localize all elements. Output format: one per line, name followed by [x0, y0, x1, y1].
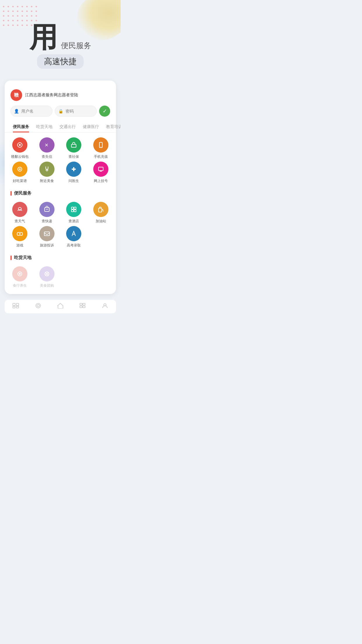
tab-bar: 便民服务 吃货天地 交通出行 健康医疗 教育培训	[5, 121, 116, 133]
nav-icon-2	[35, 303, 42, 310]
icon-查天气[interactable]: 查天气	[8, 202, 32, 224]
icon-circle-食疗养生	[12, 266, 27, 281]
svg-rect-23	[13, 303, 15, 306]
icon-label-查失信: 查失信	[42, 154, 52, 159]
tab-健康医疗[interactable]: 健康医疗	[79, 121, 103, 132]
icon-label-查酒店: 查酒店	[68, 219, 79, 224]
svg-rect-3	[71, 144, 76, 147]
icon-circle-赣鄱云钱包	[12, 137, 27, 153]
svg-point-7	[46, 169, 48, 171]
svg-rect-26	[16, 306, 19, 308]
icon-label-查天气: 查天气	[15, 219, 25, 224]
svg-rect-16	[74, 210, 76, 212]
icon-label-高考录取: 高考录取	[67, 243, 81, 248]
svg-rect-13	[71, 207, 73, 209]
svg-point-28	[37, 304, 39, 307]
icon-label-旅游投诉: 旅游投诉	[40, 243, 54, 248]
svg-rect-29	[80, 303, 82, 305]
logo-text: 赣	[14, 92, 19, 98]
login-logo: 赣	[10, 89, 22, 101]
nav-item-5[interactable]	[101, 303, 108, 310]
svg-point-27	[36, 303, 41, 308]
icon-circle-加油站	[93, 202, 108, 217]
nav-item-4[interactable]	[79, 303, 86, 310]
svg-point-5	[101, 146, 101, 147]
tab-教育培训[interactable]: 教育培训	[103, 121, 121, 132]
icon-查酒店[interactable]: 查酒店	[61, 202, 86, 224]
nav-item-3[interactable]	[57, 303, 64, 310]
icon-circle-问医生	[66, 162, 81, 177]
hero-subtitle-2: 高速快捷	[37, 54, 84, 69]
lock-icon: 🔒	[58, 109, 63, 113]
icon-问医生[interactable]: 问医生	[61, 162, 86, 183]
icon-游戏[interactable]: 游戏	[8, 226, 32, 248]
icon-circle-网上挂号	[93, 162, 108, 177]
icon-手机充值[interactable]: 手机充值	[89, 137, 113, 159]
icon-label-赣鄱云钱包: 赣鄱云钱包	[11, 154, 29, 159]
section-吃货天地-title: 吃货天地	[14, 255, 31, 260]
bottom-nav	[5, 300, 116, 313]
icon-circle-查酒店	[66, 202, 81, 217]
section-indicator-2	[10, 256, 12, 260]
icon-加油站[interactable]: 加油站	[89, 202, 113, 224]
section-吃货天地-header: 吃货天地	[5, 253, 116, 262]
password-wrapper: 🔒	[55, 106, 97, 117]
checkmark-icon: ✓	[103, 108, 107, 114]
svg-rect-31	[80, 306, 82, 308]
section-便民服务-title: 便民服务	[14, 190, 31, 196]
icon-circle-游戏	[12, 226, 27, 241]
tab-便民服务[interactable]: 便民服务	[9, 121, 33, 132]
icon-circle-查失信: ✕	[39, 137, 55, 153]
food-icons-grid: 食疗养生 美食团购	[5, 262, 116, 294]
icon-美食团购[interactable]: 美食团购	[35, 266, 59, 288]
svg-point-1	[19, 144, 21, 146]
nav-item-1[interactable]	[12, 303, 19, 310]
user-icon: 👤	[14, 109, 19, 113]
icon-查快递[interactable]: 查快递	[35, 202, 59, 224]
svg-rect-14	[74, 207, 76, 209]
section-indicator	[10, 191, 12, 196]
icon-circle-查快递	[39, 202, 55, 217]
icon-查社保[interactable]: 查社保	[61, 137, 86, 159]
username-wrapper: 👤	[10, 106, 52, 117]
tab-吃货天地[interactable]: 吃货天地	[33, 121, 56, 132]
quick-icons-grid: 赣鄱云钱包 ✕ 查失信 查社保 手机充值 好吃菜谱	[5, 133, 116, 188]
icon-网上挂号[interactable]: 网上挂号	[89, 162, 113, 183]
icon-label-问医生: 问医生	[68, 178, 79, 183]
svg-rect-15	[71, 210, 73, 212]
icon-label-网上挂号: 网上挂号	[94, 178, 108, 183]
svg-rect-24	[16, 303, 19, 306]
icon-circle-美食团购	[39, 266, 55, 281]
svg-rect-17	[99, 208, 102, 212]
tab-交通出行[interactable]: 交通出行	[56, 121, 79, 132]
icon-circle-查天气	[12, 202, 27, 217]
icon-circle-附近美食	[39, 162, 55, 177]
icon-好吃菜谱[interactable]: 好吃菜谱	[8, 162, 32, 183]
confirm-button[interactable]: ✓	[99, 106, 110, 117]
icon-circle-手机充值	[93, 137, 108, 153]
login-section: 赣 江西志愿者服务网志愿者登陆	[5, 86, 116, 106]
icon-高考录取[interactable]: 高考录取	[61, 226, 86, 248]
nav-item-2[interactable]	[35, 303, 42, 310]
svg-point-21	[19, 273, 21, 275]
icon-label-查快递: 查快递	[42, 219, 52, 224]
icon-label-查社保: 查社保	[68, 154, 79, 159]
icon-circle-查社保	[66, 137, 81, 153]
nav-icon-3	[57, 303, 64, 310]
nav-icon-5	[101, 303, 108, 310]
icon-食疗养生[interactable]: 食疗养生	[8, 266, 32, 288]
icon-circle-旅游投诉	[39, 226, 55, 241]
svg-rect-25	[13, 306, 15, 308]
icon-赣鄱云钱包[interactable]: 赣鄱云钱包	[8, 137, 32, 159]
icon-circle-高考录取	[66, 226, 81, 241]
icon-附近美食[interactable]: 附近美食	[35, 162, 59, 183]
icon-label-好吃菜谱: 好吃菜谱	[13, 178, 27, 183]
icon-label-附近美食: 附近美食	[40, 178, 54, 183]
icon-查失信[interactable]: ✕ 查失信	[35, 137, 59, 159]
main-card: 赣 江西志愿者服务网志愿者登陆 👤 🔒 ✓ 便民服务 吃货天地 交通出行 健康医…	[5, 80, 116, 294]
icon-label-游戏: 游戏	[16, 243, 23, 248]
icon-旅游投诉[interactable]: 旅游投诉	[35, 226, 59, 248]
svg-rect-32	[83, 306, 85, 308]
icon-label-食疗养生: 食疗养生	[13, 283, 27, 288]
service-icons-grid: 查天气 查快递 查酒店 加油站 游戏	[5, 197, 116, 253]
